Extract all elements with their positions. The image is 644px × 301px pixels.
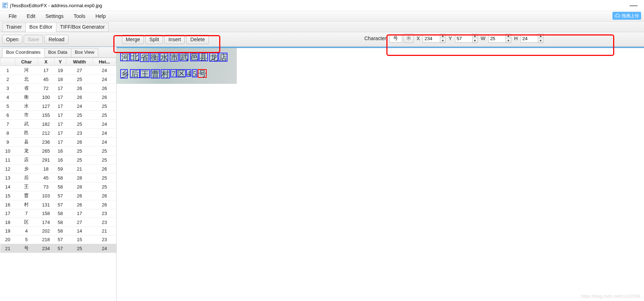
char-box[interactable]: 号 xyxy=(198,69,207,78)
save-button[interactable]: Save xyxy=(24,35,43,44)
char-box[interactable]: 北 xyxy=(130,53,139,61)
y-input[interactable] xyxy=(455,34,472,43)
tab-box-data[interactable]: Box Data xyxy=(44,48,71,57)
char-box[interactable]: 衡 xyxy=(150,53,159,62)
character-field[interactable] xyxy=(389,34,402,43)
char-box[interactable]: 县 xyxy=(199,53,208,61)
insert-button[interactable]: Insert xyxy=(164,35,185,44)
char-box[interactable]: 省 xyxy=(140,53,149,62)
h-input[interactable] xyxy=(521,34,538,43)
minimize-button[interactable]: — xyxy=(630,0,638,11)
char-box[interactable]: 4 xyxy=(186,69,191,77)
y-down-icon[interactable]: ▼ xyxy=(473,38,478,43)
svg-line-11 xyxy=(407,36,407,37)
table-row[interactable]: 12乡18592126 xyxy=(0,164,116,173)
menu-file[interactable]: File xyxy=(4,12,22,20)
x-up-icon[interactable]: ▲ xyxy=(440,34,445,38)
tab-box-coordinates[interactable]: Box Coordinates xyxy=(2,48,44,57)
side-tabbar: Box Coordinates Box Data Box View xyxy=(0,47,116,58)
split-button[interactable]: Split xyxy=(145,35,163,44)
table-row[interactable]: 7武182172524 xyxy=(0,120,116,129)
table-row[interactable]: 205218571523 xyxy=(0,235,116,244)
titlebar: jTessBoxEditorFX - address.normal.exp0.j… xyxy=(0,0,644,11)
table-row[interactable]: 18区174582723 xyxy=(0,218,116,227)
h-spinner[interactable]: ▲▼ xyxy=(521,34,544,43)
content-area: Box Coordinates Box Data Box View Char X… xyxy=(0,47,644,301)
w-up-icon[interactable]: ▲ xyxy=(506,34,511,38)
char-box[interactable]: 5 xyxy=(192,69,197,77)
table-row[interactable]: 9县236172624 xyxy=(0,138,116,147)
char-box[interactable]: 龙 xyxy=(209,53,218,62)
document-line-1: 河北省衡水市武邑县龙店 xyxy=(120,52,233,64)
y-up-icon[interactable]: ▲ xyxy=(473,34,478,38)
w-spinner[interactable]: ▲▼ xyxy=(488,34,511,43)
sidebar: Box Coordinates Box Data Box View Char X… xyxy=(0,47,117,301)
char-box[interactable]: 王 xyxy=(140,69,150,78)
coordinates-table: Char X Y Width Hei... 1河171927242北451825… xyxy=(0,58,116,253)
tab-tiff-generator[interactable]: TIFF/Box Generator xyxy=(56,23,108,32)
char-box[interactable]: 乡 xyxy=(120,69,128,78)
table-row[interactable]: 177158581723 xyxy=(0,209,116,218)
table-row[interactable]: 1河17192724 xyxy=(0,66,116,75)
char-box[interactable]: 店 xyxy=(218,53,227,62)
open-button[interactable]: Open xyxy=(2,35,22,44)
menu-tools[interactable]: Tools xyxy=(69,12,90,20)
h-down-icon[interactable]: ▼ xyxy=(538,38,543,43)
w-down-icon[interactable]: ▼ xyxy=(506,38,511,43)
menu-edit[interactable]: Edit xyxy=(22,12,41,20)
col-x[interactable]: X xyxy=(38,58,54,66)
upload-badge-label: 拖拽上传 xyxy=(622,13,639,19)
table-row[interactable]: 194202581421 xyxy=(0,227,116,235)
svg-rect-1 xyxy=(3,4,7,5)
table-row[interactable]: 6市155172525 xyxy=(0,111,116,120)
char-box[interactable]: 后 xyxy=(130,69,140,78)
x-spinner[interactable]: ▲▼ xyxy=(423,34,446,43)
char-box[interactable]: 7 xyxy=(170,69,177,77)
x-input[interactable] xyxy=(423,34,440,43)
table-row[interactable]: 15曹103572626 xyxy=(0,191,116,200)
table-row[interactable]: 8邑212172324 xyxy=(0,129,116,138)
menu-help[interactable]: Help xyxy=(90,12,111,20)
merge-button[interactable]: Merge xyxy=(122,35,144,44)
col-char[interactable]: Char xyxy=(15,58,38,66)
table-row[interactable]: 5水127172425 xyxy=(0,102,116,111)
y-spinner[interactable]: ▲▼ xyxy=(455,34,478,43)
x-down-icon[interactable]: ▼ xyxy=(440,38,445,43)
canvas-area[interactable]: 河北省衡水市武邑县龙店 乡后王曹村7区45号 https://blog.csdn… xyxy=(117,47,644,301)
window-title: jTessBoxEditorFX - address.normal.exp0.j… xyxy=(10,3,102,8)
upload-badge[interactable]: 拖拽上传 xyxy=(612,12,641,20)
table-row[interactable]: 3省72172626 xyxy=(0,84,116,93)
char-box[interactable]: 河 xyxy=(120,53,130,61)
col-index[interactable] xyxy=(0,58,15,66)
char-box[interactable]: 村 xyxy=(161,69,170,78)
reload-button[interactable]: Reload xyxy=(44,35,68,44)
tab-box-view[interactable]: Box View xyxy=(71,48,98,57)
table-row[interactable]: 14王73582825 xyxy=(0,182,116,191)
char-box[interactable]: 区 xyxy=(176,69,186,77)
table-row[interactable]: 21号234572524 xyxy=(0,244,116,253)
char-box[interactable]: 武 xyxy=(179,53,188,61)
char-box[interactable]: 曹 xyxy=(151,69,160,78)
table-row[interactable]: 13后45582825 xyxy=(0,173,116,182)
h-up-icon[interactable]: ▲ xyxy=(538,34,543,38)
char-box[interactable]: 水 xyxy=(160,53,168,62)
char-box[interactable]: 邑 xyxy=(190,53,198,61)
col-y[interactable]: Y xyxy=(54,58,66,66)
table-row[interactable]: 2北45182524 xyxy=(0,75,116,84)
table-row[interactable]: 11店291162525 xyxy=(0,156,116,164)
char-box[interactable]: 市 xyxy=(170,53,179,62)
tab-trainer[interactable]: Trainer xyxy=(2,23,26,32)
table-row[interactable]: 10龙265162525 xyxy=(0,147,116,156)
delete-button[interactable]: Delete xyxy=(186,35,208,44)
menu-settings[interactable]: Settings xyxy=(41,12,69,20)
tab-box-editor[interactable]: Box Editor xyxy=(25,23,57,32)
table-row[interactable]: 16村131572626 xyxy=(0,200,116,209)
col-width[interactable]: Width xyxy=(66,58,93,66)
menubar: File Edit Settings Tools Help 拖拽上传 xyxy=(0,11,644,22)
gear-icon xyxy=(406,35,411,42)
gear-button[interactable] xyxy=(404,34,414,43)
col-height[interactable]: Hei... xyxy=(93,58,116,66)
coordinates-table-wrap[interactable]: Char X Y Width Hei... 1河171927242北451825… xyxy=(0,58,116,301)
table-row[interactable]: 4衡100172626 xyxy=(0,93,116,102)
w-input[interactable] xyxy=(488,34,506,43)
